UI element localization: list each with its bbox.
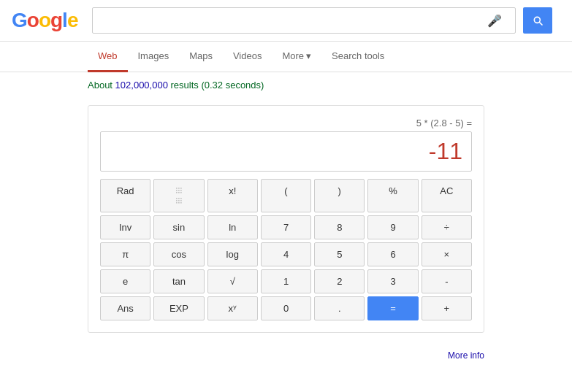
calc-btn-2-6[interactable]: × — [422, 242, 472, 266]
calc-btn-3-0[interactable]: e — [100, 269, 150, 293]
calc-btn-1-4[interactable]: 8 — [314, 215, 365, 239]
calc-btn-3-1[interactable]: tan — [153, 269, 204, 293]
calc-expression: 5 * (2.8 - 5) = — [100, 118, 472, 128]
calc-btn-3-3[interactable]: 1 — [261, 269, 311, 293]
search-icon — [532, 15, 544, 26]
calc-btn-3-5[interactable]: 3 — [367, 269, 418, 293]
calc-display: -11 — [100, 131, 472, 172]
calc-btn-0-6[interactable]: AC — [422, 179, 472, 212]
results-info: About 102,000,000 results (0.32 seconds) — [0, 72, 572, 98]
search-button[interactable] — [523, 7, 552, 34]
calc-buttons: Rad⁝⁝⁝⁝⁝⁝x!()%ACInvsinln789÷πcoslog456×e… — [100, 179, 472, 320]
chevron-down-icon: ▾ — [306, 50, 311, 61]
calc-btn-1-5[interactable]: 9 — [367, 215, 418, 239]
calc-btn-2-0[interactable]: π — [100, 242, 150, 266]
calc-btn-4-3[interactable]: 0 — [261, 296, 311, 320]
calc-btn-4-2[interactable]: xʸ — [207, 296, 258, 320]
nav-item-web[interactable]: Web — [88, 42, 128, 72]
calc-btn-2-1[interactable]: cos — [153, 242, 204, 266]
calc-btn-0-4[interactable]: ) — [314, 179, 365, 212]
calc-btn-4-4[interactable]: . — [314, 296, 365, 320]
calc-btn-1-6[interactable]: ÷ — [422, 215, 472, 239]
calc-btn-0-1[interactable]: ⁝⁝⁝⁝⁝⁝ — [153, 179, 204, 212]
calc-btn-1-2[interactable]: ln — [207, 215, 258, 239]
nav-item-videos[interactable]: Videos — [223, 42, 272, 72]
calc-btn-2-5[interactable]: 6 — [367, 242, 418, 266]
calc-btn-1-3[interactable]: 7 — [261, 215, 311, 239]
calc-btn-1-1[interactable]: sin — [153, 215, 204, 239]
calc-btn-2-4[interactable]: 5 — [314, 242, 365, 266]
more-info-link[interactable]: More info — [0, 347, 572, 364]
nav-item-more[interactable]: More ▾ — [272, 42, 321, 72]
calc-btn-4-6[interactable]: + — [422, 296, 472, 320]
calc-btn-0-5[interactable]: % — [367, 179, 418, 212]
calc-btn-0-3[interactable]: ( — [261, 179, 311, 212]
nav-item-maps[interactable]: Maps — [179, 42, 223, 72]
search-input[interactable]: 5*(2.8-5) — [100, 14, 487, 27]
nav: Web Images Maps Videos More ▾ Search too… — [0, 42, 572, 72]
calc-btn-2-3[interactable]: 4 — [261, 242, 311, 266]
logo: Google — [12, 9, 77, 32]
calc-btn-1-0[interactable]: Inv — [100, 215, 150, 239]
calculator: 5 * (2.8 - 5) = -11 Rad⁝⁝⁝⁝⁝⁝x!()%ACInvs… — [88, 105, 484, 333]
calc-btn-3-2[interactable]: √ — [207, 269, 258, 293]
calc-btn-4-0[interactable]: Ans — [100, 296, 150, 320]
calc-btn-0-2[interactable]: x! — [207, 179, 258, 212]
calc-btn-3-6[interactable]: - — [422, 269, 472, 293]
calc-btn-0-0[interactable]: Rad — [100, 179, 150, 212]
search-bar: 5*(2.8-5) 🎤 — [92, 7, 516, 34]
nav-item-search-tools[interactable]: Search tools — [321, 42, 394, 72]
calc-btn-4-1[interactable]: EXP — [153, 296, 204, 320]
results-count: 102,000,000 — [115, 80, 168, 91]
calc-btn-4-5[interactable]: = — [367, 296, 418, 320]
header: Google 5*(2.8-5) 🎤 — [0, 0, 572, 42]
mic-icon[interactable]: 🎤 — [487, 14, 502, 28]
calc-btn-2-2[interactable]: log — [207, 242, 258, 266]
nav-item-images[interactable]: Images — [128, 42, 180, 72]
calc-btn-3-4[interactable]: 2 — [314, 269, 365, 293]
